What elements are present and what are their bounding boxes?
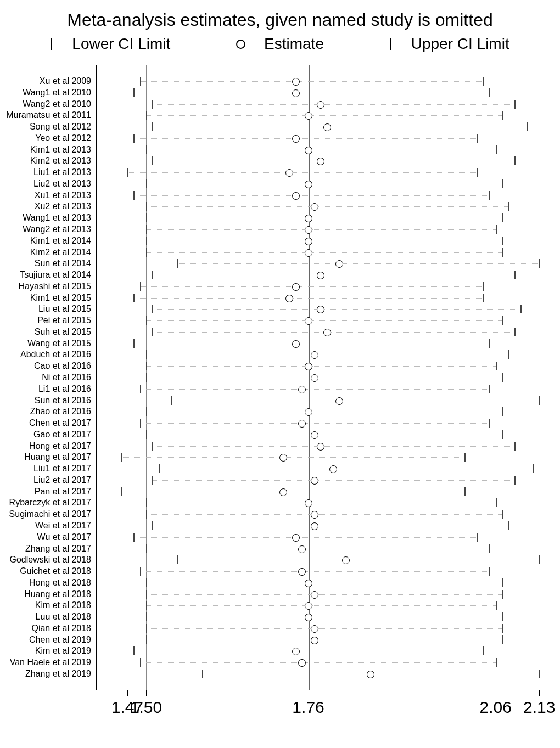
upper-ci-tick (489, 567, 490, 576)
lower-ci-tick (133, 134, 135, 143)
ci-line (318, 378, 502, 378)
upper-ci-tick (477, 134, 478, 143)
study-label: Kim2 et al 2014 (30, 248, 91, 257)
estimate-marker (342, 556, 350, 564)
upper-ci-tick (514, 328, 516, 336)
lower-ci-tick (146, 624, 147, 633)
legend-est-label: Estimate (264, 35, 324, 53)
forest-row (96, 298, 552, 299)
ci-line (146, 583, 305, 583)
ci-line (306, 662, 495, 663)
study-label: Yeo et al 2012 (35, 134, 91, 143)
upper-ci-tick (496, 601, 497, 610)
lower-ci-tick (140, 77, 141, 86)
ci-line (312, 184, 502, 184)
ci-line (152, 446, 317, 447)
estimate-marker (292, 192, 300, 200)
upper-ci-tick (502, 624, 503, 633)
estimate-marker (317, 306, 324, 313)
x-tick-label: 2.13 (523, 698, 555, 717)
study-label: Huang et al 2018 (24, 590, 91, 599)
forest-row (96, 583, 552, 583)
upper-ci-tick (502, 111, 503, 120)
forest-row (96, 115, 552, 116)
ci-line (331, 127, 527, 127)
forest-row (96, 412, 552, 412)
ci-line (324, 275, 514, 275)
study-label: Tsujiura et al 2014 (20, 271, 91, 279)
forest-row (96, 366, 552, 367)
forest-row (96, 127, 552, 127)
upper-ci-tick (539, 670, 540, 678)
forest-row (96, 184, 552, 184)
ci-line (140, 81, 292, 82)
forest-row (96, 640, 552, 640)
forest-row (96, 662, 552, 663)
lower-ci-tick (127, 168, 128, 177)
ci-line (318, 355, 508, 355)
lower-ci-tick (146, 111, 147, 120)
lower-ci-tick (202, 670, 203, 678)
lower-ci-tick (140, 385, 141, 393)
lower-ci-tick (146, 578, 147, 587)
ci-line (121, 457, 279, 458)
ci-line (146, 241, 305, 241)
upper-ci-tick (520, 305, 522, 313)
chart-title: Meta-analysis estimates, given named stu… (0, 10, 560, 30)
forest-row (96, 446, 552, 447)
ci-line (146, 229, 305, 230)
lower-ci-tick (133, 191, 135, 200)
ci-line (300, 195, 489, 196)
upper-ci-tick (508, 350, 509, 359)
x-tick-label: 1.50 (130, 698, 162, 717)
lower-ci-tick (146, 510, 147, 519)
ci-line (133, 537, 292, 538)
study-label: Xu et al 2009 (40, 77, 91, 86)
x-tick (309, 690, 309, 696)
estimate-marker (311, 637, 318, 644)
estimate-marker (292, 78, 300, 86)
estimate-marker (311, 431, 318, 439)
estimate-marker (298, 568, 306, 576)
study-label: Pan et al 2017 (35, 487, 91, 496)
forest-row (96, 93, 552, 93)
study-label: Zhang et al 2019 (25, 670, 91, 678)
study-label: Kim1 et al 2015 (30, 294, 91, 302)
ci-line (140, 571, 299, 572)
estimate-marker (311, 477, 318, 485)
ci-line (318, 206, 508, 207)
upper-ci-tick (502, 407, 503, 416)
lower-ci-tick (146, 202, 147, 211)
forest-row (96, 435, 552, 435)
estimate-marker (285, 169, 293, 177)
ci-line (374, 674, 539, 674)
study-label: Kim1 et al 2014 (30, 237, 91, 245)
ci-line (152, 332, 323, 333)
study-label: Hong et al 2017 (29, 442, 91, 451)
study-label: Wang et al 2015 (27, 339, 91, 348)
x-tick (146, 690, 147, 696)
ci-line (318, 628, 502, 629)
ci-line (127, 172, 286, 173)
x-tick (127, 690, 128, 696)
upper-ci-tick (502, 578, 503, 587)
study-label: Liu2 et al 2013 (33, 179, 91, 188)
forest-row (96, 218, 552, 218)
study-label: Zhao et al 2016 (30, 407, 91, 416)
estimate-marker (311, 591, 318, 599)
estimate-marker (305, 408, 312, 416)
ci-line (318, 594, 502, 595)
lower-ci-tick (146, 145, 147, 154)
ci-line (146, 252, 305, 253)
lower-ci-tick (146, 362, 147, 370)
ci-line (324, 309, 520, 310)
lower-ci-tick (146, 373, 147, 382)
legend-lower-label: Lower CI Limit (72, 35, 170, 53)
forest-row (96, 628, 552, 629)
lower-ci-tick (152, 521, 153, 530)
legend-upper: Upper CI Limit (374, 35, 525, 53)
ci-line (146, 378, 311, 378)
lower-ci-tick (171, 396, 172, 405)
study-label: Kim et al 2018 (35, 601, 91, 610)
estimate-marker (305, 614, 312, 621)
